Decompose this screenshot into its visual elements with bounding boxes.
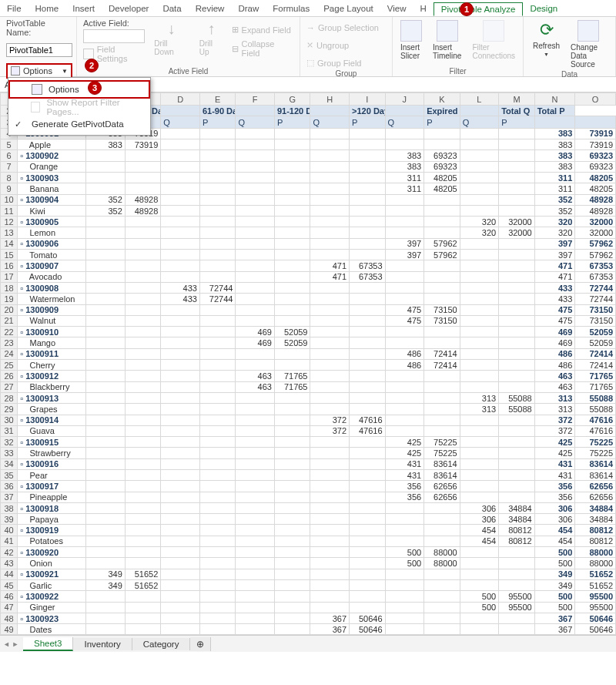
row-label[interactable]: Garlic bbox=[18, 579, 86, 590]
sheet-nav[interactable]: ◄ ► bbox=[3, 640, 18, 648]
sheet-tab-category[interactable]: Category bbox=[132, 638, 191, 650]
row-label[interactable]: ▫ 1300917 bbox=[18, 481, 86, 492]
row-label[interactable]: ▫ 1300913 bbox=[18, 392, 86, 403]
col-header[interactable]: M bbox=[499, 93, 535, 106]
col-header[interactable]: G bbox=[274, 93, 310, 106]
new-sheet-button[interactable]: ⊕ bbox=[190, 637, 211, 651]
row-label[interactable]: ▫ 1300909 bbox=[18, 304, 86, 315]
row-label[interactable]: Avocado bbox=[18, 271, 86, 282]
row-label[interactable]: Papaya bbox=[18, 514, 86, 525]
group-selection-button: →Group Selection bbox=[306, 23, 379, 32]
col-header[interactable]: H bbox=[310, 93, 350, 106]
tab-data[interactable]: Data bbox=[156, 2, 188, 15]
options-dropdown: Options Show Report Filter Pages... ✓Gen… bbox=[8, 77, 151, 136]
row-label[interactable]: ▫ 1300907 bbox=[18, 260, 86, 271]
col-header[interactable]: N bbox=[534, 93, 575, 106]
filter-connections-button: Filter Connections bbox=[469, 18, 518, 62]
row-label[interactable]: Banana bbox=[18, 183, 86, 194]
expand-field-button[interactable]: ⊞Expand Field bbox=[232, 25, 293, 35]
col-header[interactable]: I bbox=[350, 93, 386, 106]
row-label[interactable]: Kiwi bbox=[18, 205, 86, 216]
collapse-field-button[interactable]: ⊟Collapse Field bbox=[232, 39, 293, 58]
col-header[interactable]: L bbox=[460, 93, 499, 106]
tab-pivottable-analyze[interactable]: PivotTable Analyze bbox=[434, 2, 524, 16]
row-label[interactable]: Watermelon bbox=[18, 294, 86, 304]
row-label[interactable]: ▫ 1300904 bbox=[18, 194, 86, 205]
insert-timeline-button[interactable]: Insert Timeline bbox=[430, 18, 464, 62]
tab-developer[interactable]: Developer bbox=[102, 2, 156, 15]
col-header[interactable]: E bbox=[199, 93, 236, 106]
col-header[interactable]: K bbox=[424, 93, 460, 106]
row-label[interactable]: Mango bbox=[18, 337, 86, 348]
col-header[interactable]: O bbox=[575, 93, 616, 106]
col-header[interactable]: F bbox=[236, 93, 275, 106]
row-label[interactable]: ▫ 1300916 bbox=[18, 458, 86, 469]
row-label[interactable]: Potatoes bbox=[18, 536, 86, 546]
row-label[interactable]: Blackberry bbox=[18, 381, 86, 392]
tab-draw[interactable]: Draw bbox=[231, 2, 266, 15]
row-label[interactable]: ▫ 1300921 bbox=[18, 569, 86, 579]
row-label[interactable]: ▫ 1300912 bbox=[18, 371, 86, 381]
ribbon-tabs: FileHomeInsertDeveloperDataReviewDrawFor… bbox=[0, 0, 616, 17]
tab-home[interactable]: Home bbox=[28, 2, 66, 15]
row-label[interactable]: ▫ 1300919 bbox=[18, 525, 86, 536]
tab-insert[interactable]: Insert bbox=[65, 2, 102, 15]
row-label[interactable]: ▫ 1300902 bbox=[18, 150, 86, 161]
row-label[interactable]: Onion bbox=[18, 558, 86, 569]
drill-up-button: ↑Drill Up bbox=[196, 18, 227, 58]
row-label[interactable]: Apple bbox=[18, 139, 86, 150]
dropdown-options[interactable]: Options bbox=[8, 80, 150, 99]
row-label[interactable]: Ginger bbox=[18, 602, 86, 613]
change-data-source-button[interactable]: Change Data Source bbox=[567, 18, 609, 70]
chevron-down-icon: ▼ bbox=[62, 68, 68, 75]
row-label[interactable]: ▫ 1300911 bbox=[18, 348, 86, 359]
callout-2: 2 bbox=[85, 59, 99, 72]
row-label[interactable]: Dates bbox=[18, 624, 86, 635]
row-label[interactable]: Pear bbox=[18, 470, 86, 481]
row-label[interactable]: Grapes bbox=[18, 404, 86, 415]
sheet-tab-sheet3[interactable]: Sheet3 bbox=[23, 637, 73, 651]
row-label[interactable]: Guava bbox=[18, 425, 86, 436]
group-field-button: ⬚Group Field bbox=[306, 58, 361, 68]
row-label[interactable]: Cherry bbox=[18, 360, 86, 371]
row-label[interactable]: Pineapple bbox=[18, 492, 86, 502]
col-header[interactable]: D bbox=[161, 93, 200, 106]
row-label[interactable]: ▫ 1300920 bbox=[18, 547, 86, 558]
dropdown-generate-pivotdata[interactable]: ✓Generate GetPivotData bbox=[8, 116, 150, 133]
tab-view[interactable]: View bbox=[380, 2, 413, 15]
active-field-input[interactable] bbox=[83, 29, 145, 43]
col-header[interactable]: J bbox=[385, 93, 424, 106]
pt-name-input[interactable] bbox=[6, 43, 72, 57]
row-label[interactable]: Orange bbox=[18, 161, 86, 172]
row-label[interactable]: ▫ 1300906 bbox=[18, 238, 86, 249]
tab-formulas[interactable]: Formulas bbox=[266, 2, 316, 15]
row-label[interactable]: ▫ 1300910 bbox=[18, 327, 86, 337]
spreadsheet-grid[interactable]: ABCDEFGHIJKLMNO231-60 Days61-90 Days91-1… bbox=[0, 92, 616, 635]
row-label[interactable]: ▫ 1300923 bbox=[18, 613, 86, 623]
row-label[interactable]: ▫ 1300903 bbox=[18, 172, 86, 183]
callout-3: 3 bbox=[88, 81, 102, 95]
insert-slicer-button[interactable]: Insert Slicer bbox=[397, 18, 425, 62]
callout-1: 1 bbox=[460, 2, 474, 16]
row-label[interactable]: ▫ 1300908 bbox=[18, 282, 86, 293]
row-label[interactable]: ▫ 1300918 bbox=[18, 502, 86, 513]
tab-file[interactable]: File bbox=[0, 2, 28, 15]
sheet-tab-inventory[interactable]: Inventory bbox=[73, 638, 132, 650]
row-label[interactable]: ▫ 1300922 bbox=[18, 591, 86, 602]
tab-page-layout[interactable]: Page Layout bbox=[316, 2, 380, 15]
tab-review[interactable]: Review bbox=[189, 2, 232, 15]
row-label[interactable]: Lemon bbox=[18, 227, 86, 238]
refresh-button[interactable]: ⟳Refresh▼ bbox=[530, 18, 563, 59]
row-label[interactable]: ▫ 1300905 bbox=[18, 217, 86, 227]
pt-name-label: PivotTable Name: bbox=[6, 18, 70, 37]
sheet-tabs: ◄ ► Sheet3 Inventory Category ⊕ bbox=[0, 635, 616, 652]
row-label[interactable]: Walnut bbox=[18, 315, 86, 326]
options-button[interactable]: Options ▼ bbox=[6, 63, 72, 79]
row-label[interactable]: Strawberry bbox=[18, 448, 86, 458]
tab-h[interactable]: H bbox=[413, 2, 434, 15]
tab-design[interactable]: Design bbox=[523, 2, 564, 15]
row-label[interactable]: Tomato bbox=[18, 250, 86, 260]
drill-down-button: ↓Drill Down bbox=[151, 18, 191, 58]
row-label[interactable]: ▫ 1300914 bbox=[18, 415, 86, 425]
row-label[interactable]: ▫ 1300915 bbox=[18, 437, 86, 448]
